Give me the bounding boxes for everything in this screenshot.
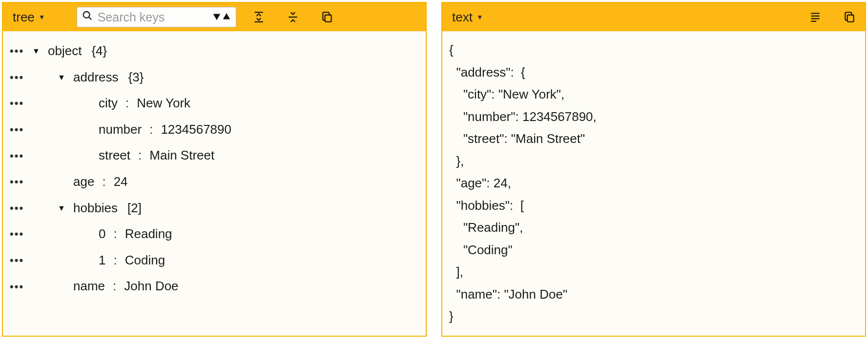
tree-count: {4} xyxy=(91,41,107,61)
tree-row[interactable]: •••age:24 xyxy=(8,169,421,195)
mode-label: text xyxy=(452,10,473,25)
row-menu-icon[interactable]: ••• xyxy=(10,69,26,86)
row-menu-icon[interactable]: ••• xyxy=(10,147,26,164)
tree-value[interactable]: John Doe xyxy=(124,276,178,297)
tree-row[interactable]: •••name:John Doe xyxy=(8,273,421,300)
row-menu-icon[interactable]: ••• xyxy=(10,200,26,217)
tree-value[interactable]: New York xyxy=(137,93,190,114)
expander-icon[interactable]: ▼ xyxy=(58,71,67,84)
tree-panel: tree ▼ xyxy=(2,2,427,337)
tree-row[interactable]: •••▼address{3} xyxy=(8,64,421,91)
caret-down-icon: ▼ xyxy=(476,13,483,21)
tree-value[interactable]: 24 xyxy=(114,172,128,192)
tree-value[interactable]: Main Street xyxy=(149,145,214,166)
mode-select-tree[interactable]: tree ▼ xyxy=(10,8,48,27)
svg-rect-7 xyxy=(325,15,331,22)
expander-icon[interactable]: ▼ xyxy=(58,202,67,215)
tree-key[interactable]: hobbies xyxy=(73,198,118,219)
tree-toolbar: tree ▼ xyxy=(3,3,426,31)
text-content[interactable]: { "address": { "city": "New York", "numb… xyxy=(442,31,865,336)
row-menu-icon[interactable]: ••• xyxy=(10,121,26,138)
tree-key[interactable]: number xyxy=(99,120,142,140)
row-menu-icon[interactable]: ••• xyxy=(10,95,26,112)
text-toolbar: text ▼ xyxy=(442,3,865,31)
row-menu-icon[interactable]: ••• xyxy=(10,225,26,243)
tree-row[interactable]: •••city:New York xyxy=(8,90,421,117)
row-menu-icon[interactable]: ••• xyxy=(10,42,26,60)
mode-select-text[interactable]: text ▼ xyxy=(449,8,486,27)
tree-row[interactable]: •••1:Coding xyxy=(8,247,421,274)
svg-marker-2 xyxy=(213,14,220,20)
svg-marker-3 xyxy=(223,13,229,20)
search-prev-icon[interactable] xyxy=(222,10,231,24)
tree-key[interactable]: object xyxy=(48,41,82,61)
search-input[interactable] xyxy=(98,10,207,24)
expand-all-button[interactable] xyxy=(250,8,268,26)
svg-point-0 xyxy=(83,12,89,18)
tree-row[interactable]: •••number:1234567890 xyxy=(8,117,421,143)
tree-key[interactable]: 0 xyxy=(99,224,105,244)
copy-text-button[interactable] xyxy=(841,8,858,26)
tree-count: {3} xyxy=(128,67,144,88)
tree-key[interactable]: address xyxy=(73,67,119,88)
search-next-icon[interactable] xyxy=(212,10,221,24)
tree-key[interactable]: street xyxy=(99,145,130,166)
expander-icon[interactable]: ▼ xyxy=(32,45,42,58)
tree-key[interactable]: city xyxy=(99,93,118,114)
tree-content: •••▼object{4}•••▼address{3}•••city:New Y… xyxy=(3,31,426,336)
copy-button[interactable] xyxy=(318,8,336,26)
tree-key[interactable]: 1 xyxy=(99,250,105,271)
tree-value[interactable]: 1234567890 xyxy=(161,120,231,140)
tree-row[interactable]: •••▼hobbies[2] xyxy=(8,195,421,222)
tree-value[interactable]: Reading xyxy=(125,224,172,244)
format-button[interactable] xyxy=(806,8,824,26)
caret-down-icon: ▼ xyxy=(39,13,45,21)
svg-rect-12 xyxy=(847,15,854,22)
tree-row[interactable]: •••▼object{4} xyxy=(8,38,421,64)
mode-label: tree xyxy=(13,10,35,25)
tree-key[interactable]: name xyxy=(73,276,105,297)
collapse-all-button[interactable] xyxy=(284,8,302,26)
tree-row[interactable]: •••street:Main Street xyxy=(8,142,421,169)
text-panel: text ▼ { "address": { "city": "New York"… xyxy=(441,2,866,337)
tree-key[interactable]: age xyxy=(73,172,94,192)
tree-row[interactable]: •••0:Reading xyxy=(8,221,421,247)
row-menu-icon[interactable]: ••• xyxy=(10,252,26,269)
search-box[interactable] xyxy=(77,7,236,27)
search-icon xyxy=(82,10,93,24)
tree-value[interactable]: Coding xyxy=(125,250,165,271)
row-menu-icon[interactable]: ••• xyxy=(10,173,26,190)
tree-count: [2] xyxy=(127,198,142,219)
row-menu-icon[interactable]: ••• xyxy=(10,278,26,295)
svg-line-1 xyxy=(88,17,91,20)
